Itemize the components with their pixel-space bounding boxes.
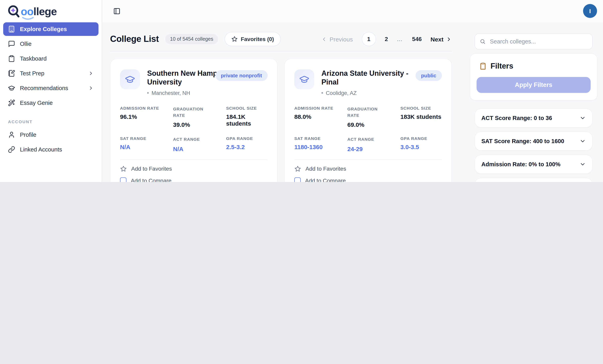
school-type-badge: public xyxy=(415,70,442,81)
filter-accordion-item[interactable]: Graduation Rate: 0% to 100% xyxy=(475,178,593,182)
sat-range-value: 1180-1360 xyxy=(294,144,347,150)
admission-rate-label: ADMISSION RATE xyxy=(120,106,173,110)
clipboard-emoji-icon xyxy=(479,62,487,70)
app-window: oollege Explore Colleges Ollie Taskboard xyxy=(0,0,603,182)
next-page-button[interactable]: Next xyxy=(430,36,452,43)
school-type-badge: private nonprofit xyxy=(215,70,267,81)
sidebar-item-ollie[interactable]: Ollie xyxy=(3,37,99,51)
graduation-cap-icon xyxy=(125,74,135,85)
result-count-badge: 10 of 5454 colleges xyxy=(165,34,218,44)
gpa-range-value: 3.0-3.5 xyxy=(400,144,442,150)
sidebar-item-taskboard[interactable]: Taskboard xyxy=(3,52,99,65)
school-size-value: 183K students xyxy=(400,113,442,120)
act-range-value: 24-29 xyxy=(347,145,400,152)
filters-title: Filters xyxy=(479,62,591,70)
stats-row-top: ADMISSION RATE96.1% GRADUATION RATE39.0%… xyxy=(120,106,267,128)
chevron-down-icon xyxy=(580,115,586,121)
college-card-grid: private nonprofit Southern New Hampshire… xyxy=(110,59,453,182)
filter-accordion-item[interactable]: ACT Score Range: 0 to 36 xyxy=(475,108,593,128)
gpa-range-label: GPA RANGE xyxy=(400,136,442,141)
header-divider xyxy=(110,51,452,51)
college-card[interactable]: private nonprofit Southern New Hampshire… xyxy=(110,59,278,182)
chat-bubble-icon xyxy=(8,40,15,47)
page-button-current[interactable]: 1 xyxy=(361,32,376,46)
act-range-value: N/A xyxy=(173,145,226,152)
sidebar-toggle-icon[interactable] xyxy=(113,8,120,15)
page-title: College List xyxy=(110,34,159,44)
chevron-right-icon xyxy=(88,70,94,76)
college-location: Manchester, NH xyxy=(147,90,248,96)
account-section-label: ACCOUNT xyxy=(8,119,94,124)
sidebar-nav: Explore Colleges Ollie Taskboard Test Pr… xyxy=(3,22,99,158)
college-search-box xyxy=(475,34,593,49)
admission-rate-label: ADMISSION RATE xyxy=(294,106,347,110)
star-icon xyxy=(294,165,301,172)
add-to-favorites-button[interactable]: Add to Favorites xyxy=(294,165,442,172)
sidebar: oollege Explore Colleges Ollie Taskboard xyxy=(0,0,102,182)
filter-accordion-item[interactable]: Admission Rate: 0% to 100% xyxy=(475,155,593,174)
previous-page-button[interactable]: Previous xyxy=(321,36,353,43)
stats-row-top: ADMISSION RATE88.0% GRADUATION RATE69.0%… xyxy=(294,106,442,128)
filter-accordion-list: ACT Score Range: 0 to 36 SAT Score Range… xyxy=(475,108,593,182)
add-to-compare-row[interactable]: Add to Compare xyxy=(120,177,267,182)
chevron-right-icon xyxy=(88,85,94,91)
add-to-compare-row[interactable]: Add to Compare xyxy=(294,177,442,182)
link-icon xyxy=(8,146,15,153)
building-icon xyxy=(8,25,15,33)
college-location: Coolidge, AZ xyxy=(321,90,422,96)
star-icon xyxy=(120,165,127,172)
user-avatar[interactable]: I xyxy=(583,4,597,18)
favorites-button[interactable]: Favorites (0) xyxy=(224,32,281,46)
graduation-rate-label: GRADUATION RATE xyxy=(347,106,384,119)
search-input[interactable] xyxy=(489,38,587,45)
sidebar-item-explore-colleges[interactable]: Explore Colleges xyxy=(3,22,99,36)
school-size-label: SCHOOL SIZE xyxy=(400,106,442,110)
notebook-pen-icon xyxy=(8,70,15,77)
sidebar-item-recommendations[interactable]: Recommendations xyxy=(3,81,99,95)
college-card[interactable]: public Arizona State University - Pinal … xyxy=(284,59,452,182)
apply-filters-button[interactable]: Apply Filters xyxy=(476,77,591,93)
compare-checkbox[interactable] xyxy=(120,177,127,182)
act-range-label: ACT RANGE xyxy=(173,136,210,143)
sat-range-value: N/A xyxy=(120,144,173,150)
star-icon xyxy=(231,36,237,42)
filter-accordion-item[interactable]: SAT Score Range: 400 to 1600 xyxy=(475,132,593,151)
college-name: Arizona State University - Pinal xyxy=(321,69,422,87)
sidebar-item-profile[interactable]: Profile xyxy=(3,128,99,142)
gpa-range-value: 2.5-3.2 xyxy=(226,144,267,150)
pagination: Previous 1 2 … 546 Next xyxy=(321,32,452,46)
filters-panel: Filters Apply Filters xyxy=(470,53,597,101)
logo-oo: oo xyxy=(21,5,34,17)
graduation-rate-label: GRADUATION RATE xyxy=(173,106,210,119)
add-to-favorites-button[interactable]: Add to Favorites xyxy=(120,165,267,172)
logo-rest: llege xyxy=(34,5,57,17)
user-icon xyxy=(8,131,15,138)
graduation-cap-icon xyxy=(8,85,15,92)
chevron-right-icon xyxy=(446,36,452,42)
chevron-down-icon xyxy=(580,161,586,168)
magic-wand-icon xyxy=(8,99,15,106)
graduation-rate-value: 39.0% xyxy=(173,121,226,128)
page-button[interactable]: 2 xyxy=(385,36,388,42)
top-bar xyxy=(103,0,603,22)
chevron-left-icon xyxy=(321,36,327,42)
stats-row-bottom: SAT RANGEN/A ACT RANGEN/A GPA RANGE2.5-3… xyxy=(120,136,267,152)
gpa-range-label: GPA RANGE xyxy=(226,136,267,141)
act-range-label: ACT RANGE xyxy=(347,136,384,143)
school-size-value: 184.1K students xyxy=(226,113,267,127)
app-logo[interactable]: oollege xyxy=(7,4,57,20)
magnifier-logo-icon xyxy=(7,4,21,19)
sidebar-item-linked-accounts[interactable]: Linked Accounts xyxy=(3,143,99,156)
sidebar-item-test-prep[interactable]: Test Prep xyxy=(3,67,99,80)
page-button[interactable]: 546 xyxy=(412,36,422,42)
search-icon xyxy=(480,38,486,45)
college-icon-tile xyxy=(120,69,140,89)
clipboard-icon xyxy=(8,55,15,62)
sidebar-item-essay-genie[interactable]: Essay Genie xyxy=(3,96,99,110)
sat-range-label: SAT RANGE xyxy=(294,136,347,141)
stats-row-bottom: SAT RANGE1180-1360 ACT RANGE24-29 GPA RA… xyxy=(294,136,442,152)
admission-rate-value: 88.0% xyxy=(294,113,347,120)
logo-smile-icon xyxy=(21,17,35,21)
compare-checkbox[interactable] xyxy=(294,177,301,182)
admission-rate-value: 96.1% xyxy=(120,113,173,120)
